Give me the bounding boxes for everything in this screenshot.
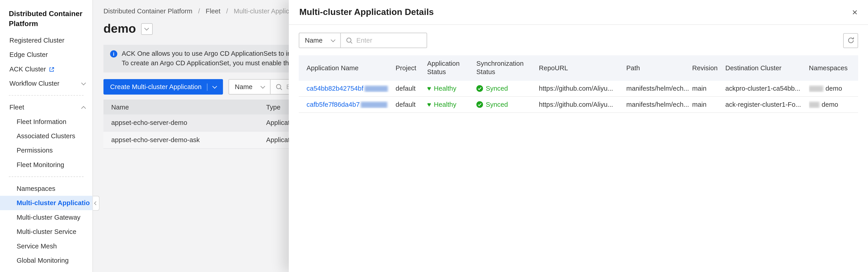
redacted-text: [809, 102, 819, 108]
fleet-switcher-button[interactable]: [141, 23, 152, 34]
healthy-heart-icon: ♥: [427, 85, 431, 92]
sidebar-item-namespaces[interactable]: Namespaces: [0, 181, 92, 196]
filter-field-select[interactable]: Name: [229, 79, 271, 94]
cell-repourl: https://github.com/Aliyu...: [539, 101, 626, 108]
cell-name: appset-echo-server-demo: [103, 119, 266, 127]
sidebar-collapse-handle[interactable]: [93, 196, 99, 211]
column-header-namespaces: Namespaces: [809, 59, 858, 77]
search-box: [341, 33, 427, 47]
table-row: ca54bb82b42754bf default ♥ Healthy Synce…: [299, 81, 858, 97]
filter-field-value: Name: [305, 36, 322, 44]
sidebar-item-workflow-cluster[interactable]: Workflow Cluster: [0, 76, 92, 91]
column-header-synchronization-status: Synchronization Status: [476, 55, 539, 81]
panel-toolbar: Name: [299, 33, 858, 48]
panel-title: Multi-cluster Application Details: [299, 7, 434, 17]
application-name-text: ca54bb82b42754bf: [307, 84, 364, 92]
breadcrumb-item-platform[interactable]: Distributed Container Platform: [103, 7, 192, 15]
cell-name: appset-echo-server-demo-ask: [103, 136, 266, 144]
sidebar-item-label: Workflow Cluster: [9, 79, 59, 87]
sidebar-item-multicluster-gateway[interactable]: Multi-cluster Gateway: [0, 210, 92, 225]
panel-table: Application Name Project Application Sta…: [299, 55, 858, 113]
column-header-repourl: RepoURL: [539, 59, 626, 77]
cell-application-name: cafb5fe7f86da4b7: [299, 101, 396, 108]
chevron-down-icon: [81, 80, 86, 85]
cell-project: default: [396, 101, 427, 108]
column-header-name: Name: [103, 103, 266, 111]
cell-namespaces: demo: [809, 101, 858, 108]
column-header-application-status: Application Status: [427, 55, 476, 81]
button-divider: [207, 83, 208, 91]
cell-path: manifests/helm/ech...: [626, 84, 692, 92]
chevron-down-icon: [261, 83, 266, 89]
panel-header: Multi-cluster Application Details ×: [289, 0, 868, 25]
status-text: Healthy: [434, 84, 456, 92]
synced-check-icon: [476, 85, 483, 92]
healthy-heart-icon: ♥: [427, 101, 431, 108]
search-icon: [276, 83, 283, 91]
sidebar-item-multicluster-service[interactable]: Multi-cluster Service: [0, 225, 92, 239]
create-button-label: Create Multi-cluster Application: [110, 83, 202, 91]
app-window: Distributed Container Platform Registere…: [0, 0, 868, 272]
breadcrumb-separator: /: [226, 7, 228, 15]
chevron-left-icon: [94, 201, 98, 205]
status-text: Synced: [486, 84, 508, 92]
namespace-text: demo: [822, 101, 838, 108]
info-icon: i: [110, 50, 118, 58]
product-title: Distributed Container Platform: [0, 0, 92, 33]
chevron-up-icon: [81, 106, 86, 111]
sidebar-item-edge-cluster[interactable]: Edge Cluster: [0, 47, 92, 62]
chevron-down-icon: [331, 37, 336, 42]
chevron-down-icon: [145, 26, 149, 30]
breadcrumb-item-fleet[interactable]: Fleet: [206, 7, 220, 15]
create-multicluster-application-button[interactable]: Create Multi-cluster Application: [103, 79, 223, 95]
column-header-project: Project: [396, 59, 427, 77]
synced-check-icon: [476, 101, 483, 108]
application-link[interactable]: ca54bb82b42754bf: [307, 84, 388, 92]
cell-repourl: https://github.com/Aliyu...: [539, 84, 626, 92]
column-header-application-name: Application Name: [299, 59, 396, 77]
chevron-down-icon: [213, 83, 217, 89]
page-title: demo: [103, 22, 136, 36]
banner-line-2: To create an Argo CD ApplicationSet, you…: [122, 59, 316, 68]
status-text: Healthy: [434, 101, 456, 108]
status-text: Synced: [486, 101, 508, 108]
sidebar-item-label: Fleet: [9, 103, 24, 111]
sidebar-item-ack-cluster[interactable]: ACK Cluster: [0, 62, 92, 76]
details-panel: Multi-cluster Application Details × Name: [289, 0, 868, 272]
sidebar-item-registered-cluster[interactable]: Registered Cluster: [0, 33, 92, 47]
sidebar-item-fleet-information[interactable]: Fleet Information: [0, 114, 92, 129]
sidebar-item-associated-clusters[interactable]: Associated Clusters: [0, 129, 92, 143]
breadcrumb-separator: /: [198, 7, 200, 15]
namespace-text: demo: [825, 84, 842, 92]
application-name-text: cafb5fe7f86da4b7: [307, 101, 360, 108]
sidebar-item-multicluster-applications[interactable]: Multi-cluster Applicatio: [0, 196, 92, 210]
cell-sync-status: Synced: [476, 101, 539, 108]
close-icon[interactable]: ×: [852, 7, 858, 17]
sidebar-group-fleet[interactable]: Fleet: [0, 100, 92, 114]
sidebar-divider: [9, 95, 84, 96]
filter-field-value: Name: [235, 83, 253, 91]
refresh-icon: [847, 36, 855, 44]
cell-path: manifests/helm/ech...: [626, 101, 692, 108]
sidebar-item-service-mesh[interactable]: Service Mesh: [0, 239, 92, 253]
application-link[interactable]: cafb5fe7f86da4b7: [307, 101, 387, 108]
cell-destination-cluster: ackpro-cluster1-ca54bb...: [725, 84, 809, 92]
cell-application-name: ca54bb82b42754bf: [299, 84, 396, 92]
cell-revision: main: [692, 84, 725, 92]
refresh-button[interactable]: [843, 33, 858, 48]
sidebar-item-fleet-monitoring[interactable]: Fleet Monitoring: [0, 158, 92, 172]
sidebar-item-global-monitoring[interactable]: Global Monitoring: [0, 253, 92, 268]
panel-search-input[interactable]: [356, 36, 422, 44]
redacted-text: [361, 102, 387, 108]
cell-sync-status: Synced: [476, 84, 539, 92]
sidebar-item-permissions[interactable]: Permissions: [0, 143, 92, 158]
cell-namespaces: demo: [809, 84, 858, 92]
cell-project: default: [396, 84, 427, 92]
sidebar-nav: Registered Cluster Edge Cluster ACK Clus…: [0, 33, 92, 268]
redacted-text: [809, 86, 823, 92]
cell-revision: main: [692, 101, 725, 108]
panel-body: Name Application Name Project Applic: [289, 25, 868, 121]
panel-filter-field-select[interactable]: Name: [299, 33, 341, 47]
filter-group: Name: [299, 33, 427, 48]
column-header-revision: Revision: [692, 59, 725, 77]
